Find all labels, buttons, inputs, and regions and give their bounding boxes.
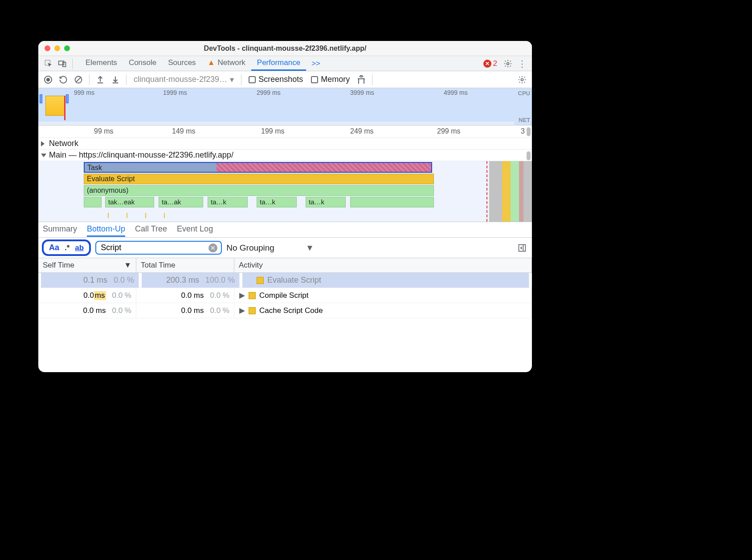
filter-input[interactable] xyxy=(100,243,205,253)
more-tabs-button[interactable]: >> xyxy=(308,59,324,68)
svg-rect-0 xyxy=(45,60,50,65)
memory-checkbox[interactable]: Memory xyxy=(308,75,352,84)
table-row[interactable]: 0.0 ms0.0 % 0.0 ms0.0 % ▶Cache Script Co… xyxy=(38,303,532,318)
col-activity[interactable]: Activity xyxy=(234,258,532,272)
capture-settings-icon[interactable] xyxy=(516,73,528,86)
chevron-down-icon: ▼ xyxy=(306,243,314,253)
tab-bottom-up[interactable]: Bottom-Up xyxy=(87,223,125,237)
tab-performance[interactable]: Performance xyxy=(251,56,306,71)
settings-icon[interactable] xyxy=(502,57,514,70)
activity-color-swatch xyxy=(249,307,256,314)
overview-marker xyxy=(64,96,65,120)
flame-bar-leaf[interactable]: tak…eak xyxy=(105,197,154,207)
col-total-time[interactable]: Total Time xyxy=(136,258,234,272)
expand-row-button[interactable]: ▶ xyxy=(239,306,245,315)
grouping-select[interactable]: No Grouping ▼ xyxy=(226,243,314,253)
device-toolbar-icon[interactable] xyxy=(56,57,69,70)
flame-bar-leaf[interactable]: ta…k xyxy=(257,197,297,207)
flame-bar-anonymous[interactable]: (anonymous) xyxy=(84,185,434,196)
clear-filter-button[interactable]: ✕ xyxy=(208,243,217,252)
table-row[interactable]: 0.1 ms0.0 % 200.3 ms100.0 % Evaluate Scr… xyxy=(38,273,532,288)
flame-side-activity xyxy=(489,161,532,222)
timeline-detail: 99 ms 149 ms 199 ms 249 ms 299 ms 3 Netw… xyxy=(38,126,532,222)
filter-input-wrapper: ✕ xyxy=(95,241,222,255)
screenshots-checkbox[interactable]: Screenshots xyxy=(246,75,306,84)
flame-chart[interactable]: Task Evaluate Script (anonymous) tak…eak… xyxy=(38,161,532,222)
download-profile-button[interactable] xyxy=(109,73,122,86)
svg-point-4 xyxy=(45,76,52,83)
network-track-header[interactable]: Network xyxy=(38,138,532,150)
regex-button[interactable]: .* xyxy=(65,243,69,252)
show-heaviest-stack-button[interactable] xyxy=(516,242,528,254)
scrollbar-thumb[interactable] xyxy=(527,127,531,136)
flame-bar-evaluate-script[interactable]: Evaluate Script xyxy=(84,174,434,184)
svg-point-7 xyxy=(521,78,523,81)
main-track-header[interactable]: Main — https://clinquant-mousse-2f2396.n… xyxy=(38,150,532,161)
flame-bar-leaf[interactable] xyxy=(350,197,434,207)
overview-activity-thumb xyxy=(45,96,65,116)
inspect-element-icon[interactable] xyxy=(42,57,54,70)
flame-bar-leaf[interactable]: ta…ak xyxy=(159,197,203,207)
chevron-down-icon: ▾ xyxy=(230,75,234,85)
overview-handle-left[interactable] xyxy=(40,94,42,103)
whole-word-button[interactable]: ab xyxy=(75,243,84,252)
reload-record-button[interactable] xyxy=(57,73,69,86)
clear-button[interactable] xyxy=(72,73,85,86)
svg-rect-1 xyxy=(59,61,64,65)
flame-bar-leaf[interactable]: ta…k xyxy=(208,197,248,207)
bottom-up-table: Self Time ▼ Total Time Activity 0.1 ms0.… xyxy=(38,258,532,318)
titlebar: DevTools - clinquant-mousse-2f2396.netli… xyxy=(38,41,532,56)
detail-ruler[interactable]: 99 ms 149 ms 199 ms 249 ms 299 ms 3 xyxy=(38,126,532,138)
flame-bar-leaf[interactable]: ta…k xyxy=(306,197,346,207)
match-case-button[interactable]: Aa xyxy=(49,243,59,252)
table-row[interactable]: 0.0 ms0.0 % 0.0 ms0.0 % ▶Compile Script xyxy=(38,288,532,303)
tab-sources[interactable]: Sources xyxy=(162,56,201,71)
maximize-window-button[interactable] xyxy=(64,45,70,51)
tab-summary[interactable]: Summary xyxy=(43,223,77,237)
minimize-window-button[interactable] xyxy=(54,45,60,51)
frame-marker xyxy=(486,161,487,222)
overview-track-labels: CPU NET xyxy=(514,88,530,125)
expand-row-button[interactable]: ▶ xyxy=(239,291,245,300)
svg-point-6 xyxy=(75,76,82,83)
record-button[interactable] xyxy=(42,73,54,86)
flame-bar-leaf[interactable] xyxy=(84,197,102,207)
performance-toolbar: clinquant-mousse-2f239… ▾ Screenshots Me… xyxy=(38,71,532,88)
upload-profile-button[interactable] xyxy=(94,73,106,86)
main-tabbar: Elements Console Sources ▲ Network Perfo… xyxy=(38,56,532,71)
close-window-button[interactable] xyxy=(45,45,50,51)
sort-desc-icon: ▼ xyxy=(124,261,131,270)
filter-row: Aa .* ab ✕ No Grouping ▼ xyxy=(38,238,532,258)
overview-handle-right[interactable] xyxy=(66,94,69,103)
checkbox-unchecked-icon xyxy=(311,76,318,83)
table-header: Self Time ▼ Total Time Activity xyxy=(38,258,532,273)
kebab-menu-icon[interactable]: ⋮ xyxy=(516,57,528,70)
overview-net-strip xyxy=(38,122,514,125)
devtools-window: DevTools - clinquant-mousse-2f2396.netli… xyxy=(38,41,532,372)
svg-rect-2 xyxy=(63,62,66,66)
error-icon: ✕ xyxy=(483,60,491,68)
panel-tabs: Elements Console Sources ▲ Network Perfo… xyxy=(80,56,306,71)
tab-network[interactable]: ▲ Network xyxy=(202,56,251,71)
activity-color-swatch xyxy=(257,277,264,284)
checkbox-unchecked-icon xyxy=(249,76,256,83)
scrollbar-thumb[interactable] xyxy=(527,151,531,160)
window-title: DevTools - clinquant-mousse-2f2396.netli… xyxy=(38,45,532,53)
timeline-overview[interactable]: 999 ms 1999 ms 2999 ms 3999 ms 4999 ms C… xyxy=(38,88,532,126)
tab-console[interactable]: Console xyxy=(123,56,162,71)
tab-elements[interactable]: Elements xyxy=(80,56,123,71)
tab-event-log[interactable]: Event Log xyxy=(177,223,213,237)
flame-bar-task[interactable]: Task xyxy=(84,162,432,173)
profile-selector[interactable]: clinquant-mousse-2f239… ▾ xyxy=(131,75,237,85)
svg-rect-8 xyxy=(519,244,526,251)
col-self-time[interactable]: Self Time ▼ xyxy=(38,258,136,272)
svg-point-5 xyxy=(46,78,50,81)
svg-point-3 xyxy=(507,62,509,65)
activity-color-swatch xyxy=(249,292,256,299)
chevron-down-icon xyxy=(41,154,46,157)
tab-call-tree[interactable]: Call Tree xyxy=(135,223,167,237)
error-count-badge[interactable]: ✕ 2 xyxy=(483,59,497,68)
chevron-right-icon xyxy=(41,141,47,146)
warning-icon: ▲ xyxy=(208,58,215,67)
garbage-collect-button[interactable] xyxy=(355,73,368,86)
